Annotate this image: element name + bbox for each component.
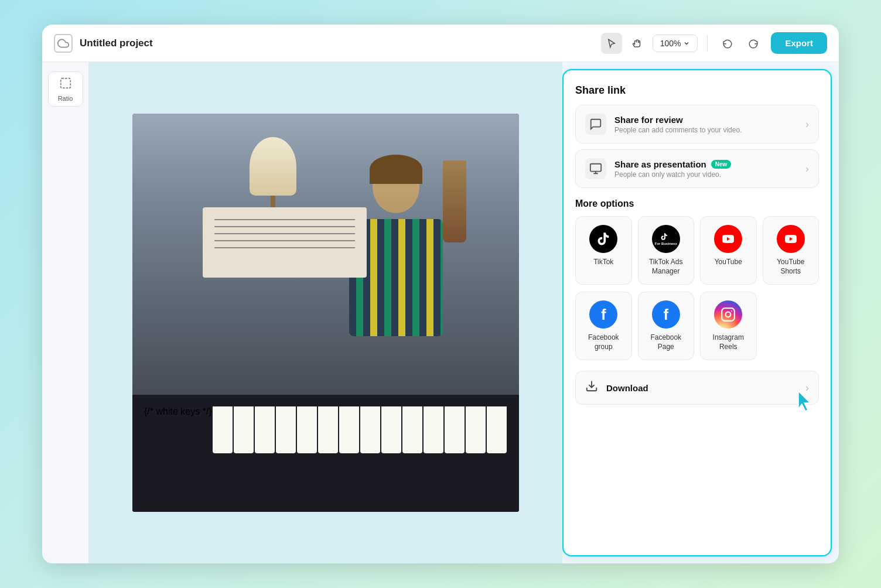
facebook-page-label: Facebook Page bbox=[643, 333, 689, 351]
piano-keys-white: {/* white keys */} bbox=[132, 406, 519, 453]
canvas-content: {/* white keys */} bbox=[132, 114, 519, 512]
platform-instagram-reels[interactable]: Instagram Reels bbox=[700, 292, 757, 360]
facebook-page-icon: f bbox=[652, 300, 680, 329]
app-window: Untitled project 100% bbox=[42, 25, 839, 563]
tiktok-ads-icon: For Business bbox=[652, 225, 680, 253]
canvas-area: {/* white keys */} bbox=[89, 62, 562, 563]
share-presentation-sub: People can only watch your video. bbox=[614, 170, 797, 179]
cursor-overlay bbox=[794, 390, 812, 416]
svg-point-3 bbox=[726, 312, 731, 317]
share-presentation-label: Share as presentation New bbox=[614, 159, 797, 169]
main-content: Ratio bbox=[42, 62, 839, 563]
ratio-icon bbox=[59, 77, 72, 93]
share-review-label: Share for review bbox=[614, 115, 797, 125]
hand-tool-btn[interactable] bbox=[627, 33, 648, 54]
download-option[interactable]: Download › bbox=[575, 371, 819, 405]
share-review-icon bbox=[585, 114, 606, 135]
platform-tiktok-ads[interactable]: For Business TikTok Ads Manager bbox=[638, 216, 695, 285]
share-review-chevron: › bbox=[805, 118, 809, 131]
svg-rect-2 bbox=[722, 308, 735, 321]
platform-grid-row2: f Facebook group f Facebook Page bbox=[575, 292, 819, 360]
platform-facebook-group[interactable]: f Facebook group bbox=[575, 292, 632, 360]
share-presentation-text: Share as presentation New People can onl… bbox=[614, 159, 797, 179]
svg-marker-6 bbox=[798, 391, 810, 411]
platform-youtube[interactable]: YouTube bbox=[700, 216, 757, 285]
share-link-title: Share link bbox=[575, 84, 819, 97]
platform-grid-row1: TikTok For Business TikTok Ads Manager bbox=[575, 216, 819, 285]
share-presentation-icon bbox=[585, 158, 606, 179]
tiktok-ads-label: TikTok Ads Manager bbox=[643, 258, 689, 276]
platform-youtube-shorts[interactable]: YouTube Shorts bbox=[763, 216, 819, 285]
piano-body: {/* white keys */} bbox=[132, 395, 519, 512]
share-review-sub: People can add comments to your video. bbox=[614, 126, 797, 134]
redo-btn[interactable] bbox=[743, 33, 764, 54]
youtube-label: YouTube bbox=[715, 258, 742, 267]
zoom-control[interactable]: 100% bbox=[653, 35, 698, 52]
sidebar-item-ratio[interactable]: Ratio bbox=[48, 71, 83, 107]
youtube-icon bbox=[714, 225, 742, 253]
instagram-reels-icon bbox=[714, 300, 742, 329]
sheet-music bbox=[203, 207, 367, 278]
youtube-shorts-icon bbox=[777, 225, 805, 253]
more-options-title: More options bbox=[575, 199, 819, 209]
new-badge: New bbox=[711, 160, 732, 169]
header: Untitled project 100% bbox=[42, 25, 839, 62]
export-button[interactable]: Export bbox=[771, 32, 827, 54]
select-tool-btn[interactable] bbox=[601, 33, 622, 54]
facebook-group-label: Facebook group bbox=[580, 333, 627, 351]
logo-icon bbox=[54, 34, 73, 53]
share-review-text: Share for review People can add comments… bbox=[614, 115, 797, 134]
tiktok-label: TikTok bbox=[593, 258, 613, 267]
boy-figure bbox=[332, 160, 460, 424]
svg-point-4 bbox=[731, 310, 732, 312]
download-icon bbox=[585, 380, 598, 396]
svg-rect-1 bbox=[590, 164, 601, 172]
canvas-image: {/* white keys */} bbox=[132, 114, 519, 512]
toolbar-divider bbox=[707, 35, 708, 52]
undo-btn[interactable] bbox=[717, 33, 738, 54]
platform-tiktok[interactable]: TikTok bbox=[575, 216, 632, 285]
instagram-reels-label: Instagram Reels bbox=[705, 333, 752, 351]
share-presentation-chevron: › bbox=[805, 163, 809, 175]
left-sidebar: Ratio bbox=[42, 62, 89, 563]
share-as-presentation-option[interactable]: Share as presentation New People can onl… bbox=[575, 149, 819, 188]
tiktok-icon bbox=[589, 225, 617, 253]
platform-facebook-page[interactable]: f Facebook Page bbox=[638, 292, 695, 360]
facebook-group-icon: f bbox=[589, 300, 617, 329]
toolbar: 100% bbox=[601, 33, 764, 54]
share-for-review-option[interactable]: Share for review People can add comments… bbox=[575, 105, 819, 143]
project-title: Untitled project bbox=[80, 37, 594, 49]
zoom-value: 100% bbox=[660, 39, 681, 48]
ratio-label: Ratio bbox=[58, 95, 73, 102]
download-label: Download bbox=[606, 383, 797, 393]
share-panel: Share link Share for review People can a… bbox=[562, 69, 832, 556]
youtube-shorts-label: YouTube Shorts bbox=[768, 258, 814, 276]
svg-rect-0 bbox=[60, 78, 70, 88]
